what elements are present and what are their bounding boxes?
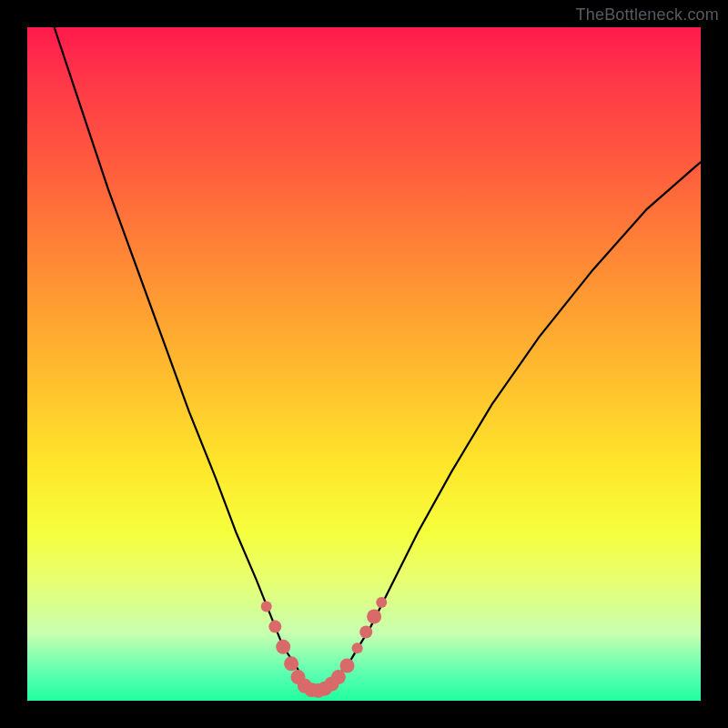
data-marker xyxy=(261,601,272,612)
data-marker xyxy=(340,659,355,673)
data-marker xyxy=(331,670,346,684)
data-marker xyxy=(268,621,281,633)
chart-plot-area xyxy=(27,27,701,701)
watermark-text: TheBottleneck.com xyxy=(576,5,719,25)
bottleneck-chart xyxy=(27,27,701,701)
data-marker xyxy=(352,642,363,653)
data-marker xyxy=(284,656,298,671)
data-marker xyxy=(276,640,290,654)
data-marker xyxy=(367,610,381,624)
data-marker xyxy=(359,626,372,639)
bottleneck-curve xyxy=(55,27,701,691)
data-marker xyxy=(376,597,387,608)
